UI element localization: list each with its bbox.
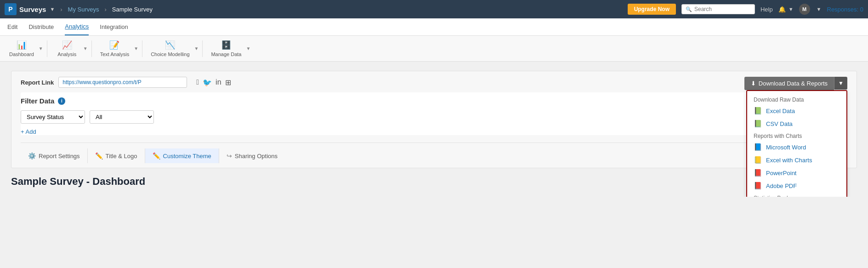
- search-icon: 🔍: [686, 6, 692, 12]
- sharing-options-button[interactable]: ↪ Sharing Options: [219, 148, 285, 163]
- help-link[interactable]: Help: [760, 6, 773, 13]
- tool-group-dashboard: 📊 Dashboard ▼: [5, 38, 43, 59]
- choice-modelling-dropdown-arrow[interactable]: ▼: [194, 46, 199, 51]
- report-link-row: Report Link  🐦 in ⊞: [21, 77, 847, 88]
- survey-status-select[interactable]: Survey Status: [21, 110, 85, 124]
- linkedin-icon[interactable]: in: [216, 78, 221, 87]
- report-link-label: Report Link: [21, 79, 54, 86]
- toolbar-divider-4: [202, 40, 203, 57]
- all-select[interactable]: All: [90, 110, 154, 124]
- avatar-dropdown-arrow[interactable]: ▼: [817, 6, 822, 12]
- word-icon: 📘: [754, 143, 762, 151]
- avatar[interactable]: M: [799, 4, 810, 15]
- share-icon: ↪: [227, 152, 232, 160]
- analysis-dropdown-arrow[interactable]: ▼: [83, 46, 88, 51]
- add-filter-button[interactable]: + Add: [21, 128, 847, 135]
- main-content: Report Link  🐦 in ⊞ ⬇ Download Data & R…: [0, 62, 868, 197]
- second-navigation: Edit Distribute Analytics Integration: [0, 18, 868, 36]
- filter-title: Filter Data i: [21, 97, 847, 105]
- choice-modelling-icon: 📉: [165, 40, 175, 50]
- bell-icon: 🔔: [778, 6, 786, 13]
- notif-dropdown-arrow[interactable]: ▼: [789, 6, 794, 12]
- download-icon: ⬇: [751, 80, 756, 87]
- report-link-area: Report Link  🐦 in ⊞ ⬇ Download Data & R…: [11, 71, 857, 168]
- nav-item-distribute[interactable]: Distribute: [28, 19, 54, 35]
- text-analysis-icon: 📝: [109, 40, 119, 50]
- statistics-package-section: Statistics Package: [747, 192, 846, 197]
- social-icons:  🐦 in ⊞: [196, 78, 231, 87]
- download-excel-data[interactable]: 📗 Excel Data: [747, 104, 846, 117]
- responses-count: Responses: 0: [827, 6, 864, 13]
- toolbar-analysis-button[interactable]: 📈 Analysis: [51, 38, 83, 59]
- breadcrumb-current: Sample Survey: [112, 6, 153, 13]
- download-data-reports-button[interactable]: ⬇ Download Data & Reports: [744, 77, 834, 90]
- grid-icon[interactable]: ⊞: [225, 78, 231, 87]
- toolbar-choice-modelling-button[interactable]: 📉 Choice Modelling: [146, 38, 194, 59]
- search-input[interactable]: [694, 6, 749, 12]
- customize-theme-button[interactable]: ✏️ Customize Theme: [145, 148, 219, 163]
- facebook-icon[interactable]: : [196, 78, 199, 87]
- tool-group-choice-modelling: 📉 Choice Modelling ▼: [146, 38, 199, 59]
- excel-charts-icon: 📒: [754, 156, 762, 164]
- reports-with-charts-section: Reports with Charts: [747, 130, 846, 141]
- download-csv-data[interactable]: 📗 CSV Data: [747, 117, 846, 130]
- tool-group-manage-data: 🗄️ Manage Data ▼: [206, 38, 250, 59]
- nav-item-analytics[interactable]: Analytics: [65, 18, 89, 35]
- filter-row: Survey Status All: [21, 110, 847, 124]
- second-nav-items: Edit Distribute Analytics Integration: [7, 18, 128, 35]
- filter-info-icon[interactable]: i: [58, 97, 65, 105]
- csv-icon: 📗: [754, 120, 762, 128]
- download-microsoft-word[interactable]: 📘 Microsoft Word: [747, 141, 846, 154]
- excel-icon: 📗: [754, 107, 762, 115]
- download-powerpoint[interactable]: 📕 PowerPoint: [747, 166, 846, 179]
- filter-area: Filter Data i Survey Status All + Add: [21, 92, 847, 135]
- search-box[interactable]: 🔍: [681, 4, 755, 14]
- notifications[interactable]: 🔔 ▼: [778, 6, 794, 13]
- toolbar-text-analysis-button[interactable]: 📝 Text Analysis: [96, 38, 134, 59]
- title-logo-button[interactable]: ✏️ Title & Logo: [88, 148, 145, 163]
- text-analysis-dropdown-arrow[interactable]: ▼: [134, 46, 138, 51]
- toolbar-manage-data-button[interactable]: 🗄️ Manage Data: [206, 38, 246, 59]
- report-link-input[interactable]: [58, 77, 187, 88]
- dashboard-title: Sample Survey - Dashboard: [11, 176, 857, 188]
- dashboard-dropdown-arrow[interactable]: ▼: [39, 46, 43, 51]
- breadcrumb-separator: ›: [60, 6, 62, 13]
- toolbar-dashboard-button[interactable]: 📊 Dashboard: [5, 38, 39, 59]
- dashboard-icon: 📊: [17, 40, 27, 50]
- app-name[interactable]: Surveys: [19, 6, 46, 13]
- top-navigation: P Surveys ▼ › My Surveys › Sample Survey…: [0, 0, 868, 18]
- download-raw-data-section: Download Raw Data: [747, 94, 846, 104]
- ppt-icon: 📕: [754, 169, 762, 177]
- pdf-icon: 📕: [754, 182, 762, 190]
- download-excel-with-charts[interactable]: 📒 Excel with Charts: [747, 154, 846, 166]
- app-logo[interactable]: P: [5, 3, 17, 15]
- bottom-toolbar: ⚙️ Report Settings ✏️ Title & Logo ✏️ Cu…: [21, 143, 847, 163]
- download-area: ⬇ Download Data & Reports ▼ Download Raw…: [744, 77, 847, 90]
- toolbar-divider-1: [47, 40, 47, 57]
- manage-data-dropdown-arrow[interactable]: ▼: [246, 46, 250, 51]
- download-dropdown: Download Raw Data 📗 Excel Data 📗 CSV Dat…: [746, 90, 847, 197]
- main-toolbar: 📊 Dashboard ▼ 📈 Analysis ▼ 📝 Text Analys…: [0, 36, 868, 62]
- edit-icon: ✏️: [95, 152, 103, 160]
- twitter-icon[interactable]: 🐦: [203, 78, 212, 87]
- manage-data-icon: 🗄️: [221, 40, 231, 50]
- report-settings-button[interactable]: ⚙️ Report Settings: [21, 148, 88, 163]
- toolbar-divider-3: [142, 40, 142, 57]
- top-nav-right: Upgrade Now 🔍 Help 🔔 ▼ M ▼ Responses: 0: [628, 4, 863, 15]
- settings-icon: ⚙️: [28, 152, 36, 160]
- tool-group-text-analysis: 📝 Text Analysis ▼: [96, 38, 139, 59]
- customize-icon: ✏️: [153, 152, 160, 160]
- toolbar-divider-2: [91, 40, 92, 57]
- upgrade-now-button[interactable]: Upgrade Now: [628, 4, 676, 15]
- analysis-icon: 📈: [62, 40, 72, 50]
- download-adobe-pdf[interactable]: 📕 Adobe PDF: [747, 179, 846, 192]
- download-dropdown-arrow-button[interactable]: ▼: [834, 77, 847, 90]
- breadcrumb-my-surveys[interactable]: My Surveys: [68, 6, 99, 13]
- nav-item-integration[interactable]: Integration: [100, 19, 128, 35]
- app-dropdown-arrow[interactable]: ▼: [50, 6, 55, 12]
- breadcrumb-separator2: ›: [105, 6, 107, 13]
- top-nav-left: P Surveys ▼ › My Surveys › Sample Survey: [5, 3, 153, 15]
- nav-item-edit[interactable]: Edit: [7, 19, 17, 35]
- tool-group-analysis: 📈 Analysis ▼: [51, 38, 88, 59]
